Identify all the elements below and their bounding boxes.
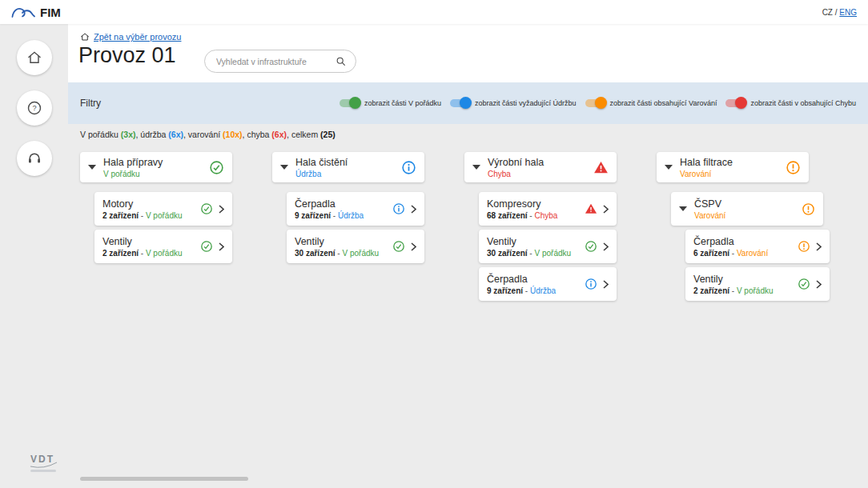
check-status-icon [200, 202, 213, 215]
filter-toggle[interactable]: zobrazit části vyžadující Údržbu [450, 99, 577, 107]
card-right-icons [194, 240, 224, 253]
device-name: Ventily [102, 236, 183, 247]
check-status-icon [392, 240, 405, 253]
device-card[interactable]: Ventily2 zařízení - V pořádku [685, 267, 830, 301]
device-separator: - [523, 286, 530, 295]
device-count-status: 30 zařízení - V pořádku [295, 249, 379, 258]
device-text: Ventily2 zařízení - V pořádku [102, 236, 183, 258]
expand-collapse-icon[interactable] [472, 165, 480, 170]
fim-logo-icon [11, 6, 35, 19]
filter-bar: Filtry zobrazit části V pořádkuzobrazit … [68, 82, 868, 124]
help-nav-button[interactable]: ? [17, 90, 52, 126]
summary-count: (6x) [168, 130, 183, 139]
lang-cz[interactable]: CZ [822, 8, 833, 17]
subcategory-status: Varování [694, 211, 725, 220]
toggle-knob-icon [460, 97, 472, 109]
summary-count: (25) [320, 130, 336, 139]
language-switcher: CZ / ENG [822, 8, 857, 17]
device-card[interactable]: Ventily30 zařízení - V pořádku [479, 230, 617, 263]
category-card[interactable]: Hala filtraceVarování [657, 152, 809, 182]
category-card[interactable]: Výrobní halaChyba [464, 152, 617, 182]
subcategory-title: ČSPV [694, 198, 725, 210]
summary-text: , chyba [243, 130, 272, 139]
device-separator: - [331, 211, 338, 220]
device-card[interactable]: Ventily30 zařízení - V pořádku [287, 230, 424, 263]
device-count-status: 30 zařízení - V pořádku [487, 249, 571, 258]
search-icon[interactable] [336, 56, 346, 66]
card-right-icons [578, 240, 609, 253]
toggle-knob-icon [735, 97, 747, 109]
device-status: V pořádku [146, 249, 183, 258]
toggle-label: zobrazit části v obsahující Chybu [750, 99, 856, 107]
check-status-icon [200, 240, 213, 253]
category-title: Hala filtrace [680, 157, 733, 168]
filter-toggle[interactable]: zobrazit části obsahující Varování [585, 99, 717, 107]
back-to-plant-selection-link[interactable]: Zpět na výběr provozu [80, 32, 181, 42]
svg-text:?: ? [32, 104, 36, 112]
device-text: Motory2 zařízení - V pořádku [102, 198, 183, 220]
device-separator: - [729, 249, 737, 258]
home-icon [26, 50, 42, 66]
toggle-label: zobrazit části obsahující Varování [610, 99, 717, 107]
brand-name: FIM [40, 6, 61, 19]
toggle-switch-icon[interactable] [585, 99, 605, 107]
back-link-label[interactable]: Zpět na výběr provozu [94, 32, 181, 42]
chevron-right-icon [816, 280, 822, 289]
expand-collapse-icon[interactable] [679, 206, 687, 211]
category-card[interactable]: Hala přípravyV pořádku [80, 152, 232, 182]
device-card[interactable]: Motory2 zařízení - V pořádku [94, 192, 232, 226]
expand-collapse-icon[interactable] [88, 165, 96, 170]
device-card[interactable]: Kompresory68 zařízení - Chyba [479, 192, 617, 226]
expand-collapse-icon[interactable] [280, 165, 288, 170]
search-input[interactable] [215, 56, 331, 67]
toggle-switch-icon[interactable] [450, 99, 470, 107]
filters-label: Filtry [80, 98, 101, 109]
chevron-right-icon [603, 242, 609, 251]
expand-collapse-icon[interactable] [665, 165, 673, 170]
category-card[interactable]: Hala čistěníÚdržba [272, 152, 424, 182]
error-status-icon [585, 202, 597, 215]
warning-status-icon [802, 202, 815, 216]
device-separator: - [139, 211, 146, 220]
toggle-label: zobrazit části V pořádku [364, 99, 441, 107]
device-card[interactable]: Čerpadla9 zařízení - Údržba [479, 267, 617, 301]
device-name: Čerpadla [295, 198, 364, 210]
horizontal-scrollbar[interactable] [80, 477, 248, 481]
device-count: 9 zařízení [295, 211, 331, 220]
category-column: Hala filtraceVarováníČSPVVarováníČerpadl… [657, 152, 809, 305]
category-status: Varování [680, 170, 733, 178]
warning-status-icon [798, 240, 810, 253]
device-count-status: 68 zařízení - Chyba [487, 211, 557, 220]
device-separator: - [139, 249, 146, 258]
device-status: Varování [737, 249, 768, 258]
search-box[interactable] [204, 50, 356, 73]
top-bar: FIM CZ / ENG [0, 0, 868, 24]
toggle-switch-icon[interactable] [340, 99, 360, 107]
device-status: Chyba [534, 211, 557, 220]
device-card[interactable]: Ventily2 zařízení - V pořádku [94, 230, 232, 263]
category-text: Hala přípravyV pořádku [103, 157, 163, 178]
device-card[interactable]: Čerpadla9 zařízení - Údržba [287, 192, 424, 226]
card-right-icons [194, 202, 224, 215]
device-text: Čerpadla9 zařízení - Údržba [295, 198, 364, 220]
card-right-icons [578, 278, 609, 290]
chevron-right-icon [603, 205, 609, 214]
category-status: V pořádku [103, 170, 163, 178]
device-text: Čerpadla6 zařízení - Varování [693, 236, 768, 258]
subcategory-card[interactable]: ČSPVVarování [671, 192, 823, 226]
lang-eng-link[interactable]: ENG [839, 8, 857, 17]
device-status: V pořádku [534, 249, 571, 258]
chevron-right-icon [219, 242, 224, 251]
toggle-switch-icon[interactable] [725, 99, 745, 107]
category-column: Hala přípravyV pořádkuMotory2 zařízení -… [80, 152, 232, 305]
card-right-icons [791, 240, 822, 253]
category-text: Hala filtraceVarování [680, 157, 733, 178]
device-count: 9 zařízení [487, 286, 523, 295]
home-nav-button[interactable] [17, 40, 52, 75]
device-card[interactable]: Čerpadla6 zařízení - Varování [685, 230, 830, 263]
filter-toggle[interactable]: zobrazit části v obsahující Chybu [725, 99, 856, 107]
summary-text: , celkem [287, 130, 320, 139]
support-nav-button[interactable] [17, 141, 52, 176]
category-column: Hala čistěníÚdržbaČerpadla9 zařízení - Ú… [272, 152, 424, 305]
filter-toggle[interactable]: zobrazit části V pořádku [340, 99, 441, 107]
